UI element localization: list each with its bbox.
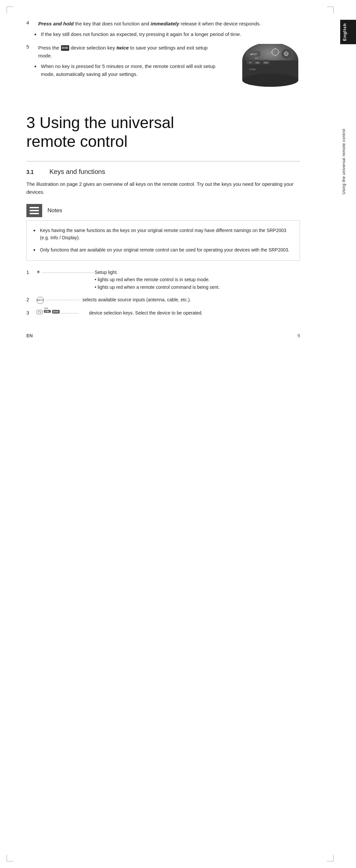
key-dots-2: ........................: [45, 297, 80, 301]
key-num-1: 1: [26, 269, 36, 275]
notes-container: Notes • Keys having the same functions a…: [26, 204, 300, 261]
notes-bullet-text-1: Keys having the same functions as the ke…: [40, 227, 293, 242]
step-4-bullet-dot: •: [34, 31, 37, 39]
cbl-icon-badge: SATCBL: [44, 310, 50, 313]
footer-lang: EN: [26, 333, 33, 338]
step-4-num: 4: [26, 20, 33, 28]
step-5-num: 5: [26, 44, 33, 60]
svg-text:CBL: CBL: [255, 62, 259, 64]
key-desc-list-item-1b: lights up red when a remote control comm…: [95, 283, 300, 291]
notes-line-3: [30, 213, 39, 214]
svg-text:DVD: DVD: [264, 62, 268, 64]
chapter-heading: 3 Using the universalremote control: [26, 113, 300, 151]
step-5-twice: twice: [116, 45, 129, 51]
chapter-title-line1: Using the universalremote control: [26, 114, 174, 151]
step-4-block: 4 Press and hold the key that does not f…: [26, 20, 300, 39]
key-num-3: 3: [26, 309, 36, 315]
right-sidebar: English Using the universal remote contr…: [336, 0, 356, 868]
corner-br: [327, 855, 333, 861]
svg-point-2: [242, 73, 298, 87]
chapter-num: 3: [26, 114, 35, 131]
svg-text:GUIDE: GUIDE: [249, 68, 255, 70]
section-divider: [26, 161, 300, 161]
notes-lines: [30, 207, 39, 214]
key-item-1: 1 ☀ ....................................…: [26, 269, 300, 291]
key-list: 1 ☀ ....................................…: [26, 269, 300, 317]
section-31-num: 3.1: [26, 169, 40, 175]
step-4-numbered: 4 Press and hold the key that does not f…: [26, 20, 300, 28]
notes-bullet-2: • Only functions that are available on y…: [33, 246, 293, 254]
key-icon-area-1: ☀ .....................................: [36, 269, 95, 275]
notes-bullet-1: • Keys having the same functions as the …: [33, 227, 293, 242]
key-icon-area-2: INPUT ........................: [36, 296, 82, 304]
dvd-icon-badge-3: DVD: [52, 310, 60, 313]
svg-text:2 ×: 2 ×: [258, 76, 267, 83]
notes-bullet-dot-1: •: [33, 227, 37, 242]
key-num-2: 2: [26, 296, 36, 302]
key-desc-2: selects available source inputs (antenna…: [82, 296, 300, 303]
section-31-header: 3.1 Keys and functions: [26, 168, 300, 176]
sidebar-chapter-label: Using the universal remote control: [340, 125, 356, 198]
step-5-numbered: 5 Press the DVD device selection key twi…: [26, 44, 222, 60]
tv-icon-badge: TV: [37, 310, 42, 314]
svg-text:TV: TV: [249, 62, 251, 64]
notes-icon: [26, 204, 42, 217]
key-desc-list-1: lights up red when the remote control is…: [95, 276, 300, 291]
svg-text:⏻: ⏻: [284, 51, 288, 56]
step-5-container: 5 Press the DVD device selection key twi…: [26, 44, 300, 97]
key-dots-1: .....................................: [42, 269, 95, 274]
dvd-icon-badge: DVD: [61, 45, 69, 51]
section-31-title: Keys and functions: [49, 168, 105, 176]
step-4-press-hold: Press and hold: [38, 21, 74, 26]
sun-icon: ☀: [36, 269, 40, 275]
notes-bullet-text-2: Only functions that are available on you…: [40, 246, 289, 254]
remote-control-image: INPUT ⏻ TV SAT: [227, 44, 300, 97]
key-dots-3: .............: [61, 310, 79, 314]
svg-text:SAT: SAT: [255, 57, 258, 59]
step-5-bullet: • When no key is pressed for 5 minutes o…: [34, 62, 222, 78]
key-item-3: 3 TV SATCBL DVD ............. device sel…: [26, 309, 300, 316]
section-31-body: The illustration on page 2 gives an over…: [26, 180, 300, 196]
main-content: 4 Press and hold the key that does not f…: [0, 0, 323, 868]
chapter-title: 3 Using the universalremote control: [26, 113, 300, 151]
page-footer: EN 9: [26, 330, 300, 338]
remote-svg: INPUT ⏻ TV SAT: [227, 44, 300, 97]
key-desc-main-1: Setup light.: [95, 270, 118, 275]
key-desc-1: Setup light. lights up red when the remo…: [95, 269, 300, 291]
page-wrapper: English Using the universal remote contr…: [0, 0, 356, 868]
footer-page: 9: [297, 333, 300, 338]
notes-line-2: [30, 210, 39, 211]
step-5-bullet-text: When no key is pressed for 5 minutes or …: [41, 62, 222, 78]
key-desc-list-item-1a: lights up red when the remote control is…: [95, 276, 300, 283]
corner-tr: [327, 7, 333, 13]
notes-box: • Keys having the same functions as the …: [26, 220, 300, 261]
key-desc-3: device selection keys. Select the device…: [89, 309, 300, 316]
step-5-bullet-dot: •: [34, 63, 37, 78]
notes-header: Notes: [26, 204, 300, 217]
key-desc-text-3: device selection keys. Select the device…: [89, 310, 203, 315]
notes-label: Notes: [47, 207, 62, 214]
key-icon-area-3: TV SATCBL DVD .............: [36, 309, 89, 314]
step-4-bullet: • If the key still does not function as …: [34, 30, 300, 39]
sidebar-english: English: [340, 20, 356, 44]
notes-line-1: [30, 207, 39, 208]
step-4-bullet-text: If the key still does not function as ex…: [41, 30, 241, 39]
input-icon: INPUT: [37, 297, 44, 304]
notes-bullet-dot-2: •: [33, 246, 37, 254]
svg-text:INPUT: INPUT: [250, 53, 257, 56]
step-5-left: 5 Press the DVD device selection key twi…: [26, 44, 222, 97]
step-4-text: Press and hold the key that does not fun…: [38, 20, 261, 28]
key-desc-text-2: selects available source inputs (antenna…: [82, 297, 191, 302]
step-4-immediately: immediately: [151, 21, 179, 26]
step-5-text: Press the DVD device selection key twice…: [38, 44, 222, 60]
key-item-2: 2 INPUT ........................ selects…: [26, 296, 300, 304]
